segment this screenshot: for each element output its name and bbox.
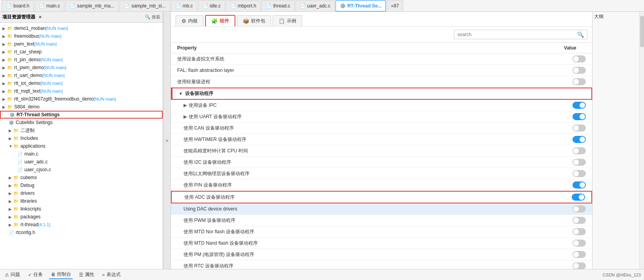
- setting-row-i2c: 使用 I2C 设备驱动程序: [171, 157, 592, 168]
- tree-item-linkscripts[interactable]: ▶ 📁 linkscripts: [0, 205, 163, 213]
- toggle-eth[interactable]: [572, 170, 586, 177]
- tab-board-h[interactable]: 📄 board.h: [2, 0, 34, 11]
- expand-button[interactable]: »: [163, 12, 171, 269]
- toggle-nand-flash[interactable]: [572, 240, 586, 247]
- toggle-fal[interactable]: [572, 67, 586, 74]
- status-tab-properties[interactable]: ☰ 属性: [77, 271, 96, 279]
- tree-item-includes[interactable]: ▶ 📁 Includes: [0, 134, 163, 142]
- tab-components[interactable]: 🧩 组件: [205, 15, 235, 26]
- tree-item-debug[interactable]: ▶ 📁 Debug: [0, 181, 163, 189]
- tree-item-rt-thread-settings[interactable]: ⚙️ RT-Thread Settings: [0, 111, 163, 119]
- setting-row-pm: 使用 PM (电源管理) 设备驱动程序: [171, 249, 592, 260]
- tab-more[interactable]: »97: [387, 0, 403, 11]
- tree-label: pwm_text: [14, 41, 34, 47]
- toggle-virtual-fs[interactable]: [572, 55, 586, 62]
- toggle-rtc[interactable]: [572, 262, 586, 269]
- tree-tag: [NUN main]: [40, 57, 63, 62]
- search-label[interactable]: 🔍 搜索: [145, 14, 160, 20]
- tab-label: idle.c: [210, 3, 221, 9]
- tab-rt-thread-settings[interactable]: ⚙️ RT-Thread Se...: [336, 0, 386, 11]
- search-input[interactable]: [457, 32, 575, 37]
- toggle-dac[interactable]: [572, 205, 586, 212]
- folder-icon: 📁: [7, 104, 13, 110]
- toggle-cpu-time[interactable]: [572, 147, 586, 154]
- tab-label: RT-Thread Se...: [347, 3, 382, 9]
- tree-item-libraries[interactable]: ▶ 📁 libraries: [0, 197, 163, 205]
- tree-item-packages[interactable]: ▶ 📁 packages: [0, 213, 163, 221]
- toggle-ipc[interactable]: [572, 102, 586, 109]
- status-tabs: ⚠ 问题 ✓ 任务 🖥 控制台 ☰ 属性 ≈ 表达式: [3, 270, 122, 279]
- tab-software[interactable]: 📦 软件包: [237, 15, 271, 26]
- toggle-lwp[interactable]: [572, 78, 586, 85]
- folder-icon: 📁: [7, 73, 13, 78]
- tree-item-uaer-adc[interactable]: 📄 uaer_adc.c: [0, 158, 163, 166]
- tree-item-cubemx[interactable]: ▶ 📁 cubemx: [0, 174, 163, 181]
- tree-item-rtconfig[interactable]: 📄 rtconfig.h: [0, 229, 163, 236]
- tree-item-rt-thread[interactable]: ▶ 📁 rt-thread [4.1.1]: [0, 221, 163, 229]
- tree-item-drivers[interactable]: ▶ 📁 drivers: [0, 189, 163, 197]
- tab-label: 内核: [188, 18, 198, 24]
- tree-arrow: ▶: [2, 26, 6, 31]
- toggle-uart[interactable]: [572, 113, 586, 120]
- tree-item-main-c[interactable]: 📄 main.c: [0, 150, 163, 158]
- expand-arrow[interactable]: ▶: [183, 114, 187, 119]
- file-icon: 📄: [266, 3, 272, 9]
- settings-icon: ⚙️: [340, 3, 346, 9]
- status-tab-expressions[interactable]: ≈ 表达式: [101, 271, 122, 279]
- folder-icon: 📁: [7, 57, 13, 62]
- tree-item-uaer-cjson[interactable]: 📄 uaer_cjson.c: [0, 166, 163, 174]
- toggle-pwm[interactable]: [572, 217, 586, 224]
- expand-arrow[interactable]: ▶: [183, 102, 187, 108]
- tree-arrow: ▶: [9, 176, 13, 180]
- status-tab-console[interactable]: 🖥 控制台: [49, 270, 73, 279]
- tree-item-cubemix[interactable]: ⚙️ CubeMix Settings: [0, 119, 163, 126]
- tab-sample-mb-sl[interactable]: 📄 sample_mb_sl...: [119, 0, 170, 11]
- tab-sample-mb-ma[interactable]: 📄 sample_mb_ma...: [65, 0, 119, 11]
- tree-arrow: ▼: [9, 144, 13, 148]
- setting-row-ipc: ▶使用设备 IPC: [171, 100, 592, 111]
- tree-item-demo1[interactable]: ▶ 📁 demo1_moban [NUN main]: [0, 24, 163, 32]
- folder-icon: 📁: [13, 128, 19, 133]
- toggle-can[interactable]: [572, 124, 586, 132]
- tree-item-binary[interactable]: ▶ 📁 二进制: [0, 126, 163, 134]
- file-icon: 📄: [202, 3, 208, 9]
- search-icon[interactable]: 🔍: [577, 31, 584, 38]
- tree-item-applications[interactable]: ▼ 📁 applications: [0, 142, 163, 150]
- tree-item-freemodbus[interactable]: ▶ 📁 freemodbus [NUN main]: [0, 32, 163, 40]
- toggle-nor-flash[interactable]: [572, 228, 586, 235]
- setting-row-hwtimer: 使用 HWTIMER 设备驱动程序: [171, 134, 592, 145]
- toggle-adc[interactable]: [572, 194, 585, 201]
- section-device-drivers[interactable]: ▼ 设备驱动程序: [171, 88, 592, 100]
- tree-item-rt-pwm[interactable]: ▶ 📁 rt_pwm_demo [NUN main]: [0, 64, 163, 71]
- toggle-i2c[interactable]: [572, 159, 586, 166]
- tree-item-rt-car[interactable]: ▶ 📁 rt_car_sheep: [0, 48, 163, 56]
- status-tab-problems[interactable]: ⚠ 问题: [3, 271, 22, 279]
- content-panel: ⚙ 内核 🧩 组件 📦 软件包 📋 示例 🔍: [171, 12, 592, 269]
- tab-mbport-h[interactable]: 📄 mbport.h: [226, 0, 261, 11]
- toggle-pm[interactable]: [572, 251, 586, 258]
- tab-example[interactable]: 📋 示例: [273, 15, 302, 26]
- scrollbar-thumb[interactable]: [640, 16, 644, 47]
- toggle-pin[interactable]: [572, 181, 586, 188]
- tree-item-s804[interactable]: ▶ 📁 S804_demo: [0, 103, 163, 111]
- tree-item-rt-uart[interactable]: ▶ 📁 rt_uart_demo [NUN main]: [0, 71, 163, 79]
- tab-uaer-adc-c[interactable]: 📄 uaer_adc.c: [295, 0, 335, 11]
- tab-thread-c[interactable]: 📄 thread.c: [261, 0, 294, 11]
- tree-item-rt-pin[interactable]: ▶ 📁 rt_pin_demo [NUN main]: [0, 56, 163, 64]
- tree-item-rtt-mqtt[interactable]: ▶ 📁 rtt_mqtt_text [NUN main]: [0, 87, 163, 95]
- components-icon: 🧩: [211, 18, 218, 24]
- setting-label: 使能高精度时钟计算 CPU 时间: [177, 148, 572, 154]
- tab-mb-c[interactable]: 📄 mb.c: [171, 0, 197, 11]
- tree-tag: [NUN main]: [44, 65, 66, 70]
- setting-row-pwm: 使用 PWM 设备驱动程序: [171, 215, 592, 226]
- tree-item-rtt-stm32[interactable]: ▶ 📁 rtt_stm32f407zgt6_freemodbus_demo [N…: [0, 95, 163, 103]
- tree-item-pwm-text[interactable]: ▶ 📁 pwm_text [NUN main]: [0, 40, 163, 48]
- status-tab-tasks[interactable]: ✓ 任务: [26, 271, 44, 279]
- tab-main-c[interactable]: 📄 main.c: [35, 0, 64, 11]
- tree-label: main.c: [24, 151, 38, 157]
- scrollbar[interactable]: [639, 12, 644, 269]
- tab-kernel[interactable]: ⚙ 内核: [176, 15, 204, 26]
- tab-idle-c[interactable]: 📄 idle.c: [198, 0, 225, 11]
- tree-item-rtt-iot[interactable]: ▶ 📁 rtt_iot_demo [NUN main]: [0, 79, 163, 87]
- toggle-hwtimer[interactable]: [572, 136, 586, 143]
